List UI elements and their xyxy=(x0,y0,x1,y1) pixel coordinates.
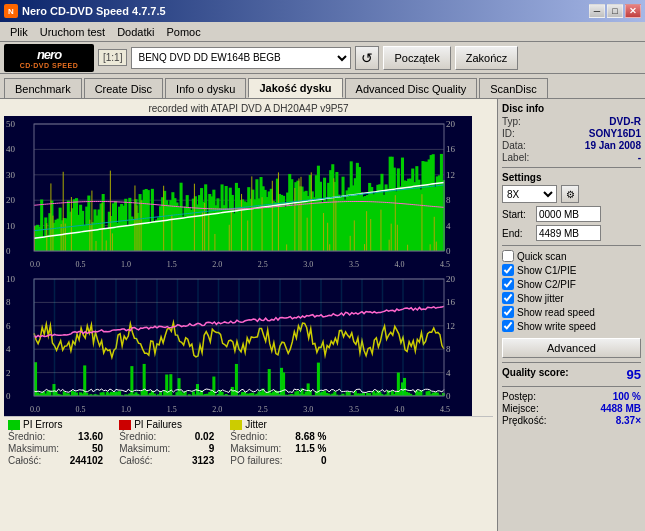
tab-info[interactable]: Info o dysku xyxy=(165,78,246,98)
quick-scan-label: Quick scan xyxy=(517,251,566,262)
legend-jitter: Jitter Średnio: 8.68 % Maksimum: 11.5 % … xyxy=(230,419,326,466)
show-read-checkbox[interactable] xyxy=(502,306,514,318)
toolbar: nero CD·DVD SPEED [1:1] BENQ DVD DD EW16… xyxy=(0,42,645,74)
disc-type-label: Typ: xyxy=(502,116,521,127)
disc-id-row: ID: SONY16D1 xyxy=(502,128,641,139)
disc-type-value: DVD-R xyxy=(609,116,641,127)
advanced-button[interactable]: Advanced xyxy=(502,338,641,358)
pi-errors-title: PI Errors xyxy=(23,419,62,430)
progress-predkosc: Prędkość: 8.37× xyxy=(502,415,641,426)
quick-scan-checkbox[interactable] xyxy=(502,250,514,262)
close-button[interactable]: ✕ xyxy=(625,4,641,18)
show-c2pif-row: Show C2/PIF xyxy=(502,278,641,290)
show-c2pif-checkbox[interactable] xyxy=(502,278,514,290)
right-panel: Disc info Typ: DVD-R ID: SONY16D1 Data: … xyxy=(497,99,645,531)
show-c2pif-label: Show C2/PIF xyxy=(517,279,576,290)
show-read-label: Show read speed xyxy=(517,307,595,318)
jitter-max: Maksimum: 11.5 % xyxy=(230,443,326,454)
chart-subtitle: recorded with ATAPI DVD A DH20A4P v9P57 xyxy=(4,103,493,114)
drive-prefix: [1:1] xyxy=(98,49,127,66)
show-read-row: Show read speed xyxy=(502,306,641,318)
disc-label-value: - xyxy=(638,152,641,163)
predkosc-value: 8.37× xyxy=(616,415,641,426)
start-input[interactable] xyxy=(536,206,601,222)
show-jitter-checkbox[interactable] xyxy=(502,292,514,304)
quality-score-value: 95 xyxy=(627,367,641,382)
show-write-label: Show write speed xyxy=(517,321,596,332)
logo-subtitle: CD·DVD SPEED xyxy=(20,62,79,69)
po-failures: PO failures: 0 xyxy=(230,455,326,466)
menu-help[interactable]: Pomoc xyxy=(160,24,206,40)
menu-extras[interactable]: Dodatki xyxy=(111,24,160,40)
tab-scandisc[interactable]: ScanDisc xyxy=(479,78,547,98)
end-button[interactable]: Zakończ xyxy=(455,46,519,70)
menu-run-test[interactable]: Uruchom test xyxy=(34,24,111,40)
show-c1pie-label: Show C1/PIE xyxy=(517,265,576,276)
pi-failures-total: Całość: 3123 xyxy=(119,455,214,466)
legend-pi-failures: PI Failures Średnio: 0.02 Maksimum: 9 Ca… xyxy=(119,419,214,466)
disc-date-label: Data: xyxy=(502,140,526,151)
pi-errors-max: Maksimum: 50 xyxy=(8,443,103,454)
app-icon: N xyxy=(4,4,18,18)
settings-title: Settings xyxy=(502,172,641,183)
postep-label: Postęp: xyxy=(502,391,536,402)
show-c1pie-row: Show C1/PIE xyxy=(502,264,641,276)
legend-pi-errors: PI Errors Średnio: 13.60 Maksimum: 50 Ca… xyxy=(8,419,103,466)
tab-benchmark[interactable]: Benchmark xyxy=(4,78,82,98)
menubar: Plik Uruchom test Dodatki Pomoc xyxy=(0,22,645,42)
end-label: End: xyxy=(502,228,532,239)
predkosc-label: Prędkość: xyxy=(502,415,546,426)
show-c1pie-checkbox[interactable] xyxy=(502,264,514,276)
divider-3 xyxy=(502,362,641,363)
show-jitter-row: Show jitter xyxy=(502,292,641,304)
jitter-color xyxy=(230,420,242,430)
minimize-button[interactable]: ─ xyxy=(589,4,605,18)
legend-area: PI Errors Średnio: 13.60 Maksimum: 50 Ca… xyxy=(4,416,493,468)
top-chart xyxy=(4,116,472,271)
app-logo: nero CD·DVD SPEED xyxy=(4,44,94,72)
refresh-button[interactable]: ↺ xyxy=(355,46,379,70)
tab-quality[interactable]: Jakość dysku xyxy=(248,78,342,98)
pi-failures-title: PI Failures xyxy=(134,419,182,430)
drive-select[interactable]: BENQ DVD DD EW164B BEGB xyxy=(131,47,351,69)
menu-file[interactable]: Plik xyxy=(4,24,34,40)
pi-failures-avg: Średnio: 0.02 xyxy=(119,431,214,442)
pi-errors-avg: Średnio: 13.60 xyxy=(8,431,103,442)
quality-score-label: Quality score: xyxy=(502,367,569,382)
end-input[interactable] xyxy=(536,225,601,241)
bottom-chart xyxy=(4,271,472,416)
divider-2 xyxy=(502,245,641,246)
disc-id-value: SONY16D1 xyxy=(589,128,641,139)
speed-row: 8X ⚙ xyxy=(502,185,641,203)
pi-errors-color xyxy=(8,420,20,430)
divider-4 xyxy=(502,386,641,387)
start-row: Start: xyxy=(502,206,641,222)
show-write-row: Show write speed xyxy=(502,320,641,332)
divider-1 xyxy=(502,167,641,168)
disc-id-label: ID: xyxy=(502,128,515,139)
tabs: Benchmark Create Disc Info o dysku Jakoś… xyxy=(0,74,645,99)
maximize-button[interactable]: □ xyxy=(607,4,623,18)
disc-label-label: Label: xyxy=(502,152,529,163)
start-label: Start: xyxy=(502,209,532,220)
tab-create-disc[interactable]: Create Disc xyxy=(84,78,163,98)
disc-label-row: Label: - xyxy=(502,152,641,163)
disc-date-value: 19 Jan 2008 xyxy=(585,140,641,151)
progress-postep: Postęp: 100 % xyxy=(502,391,641,402)
pi-failures-color xyxy=(119,420,131,430)
start-button[interactable]: Początek xyxy=(383,46,450,70)
quick-scan-row: Quick scan xyxy=(502,250,641,262)
chart-area: recorded with ATAPI DVD A DH20A4P v9P57 … xyxy=(0,99,497,531)
main-content: recorded with ATAPI DVD A DH20A4P v9P57 … xyxy=(0,99,645,531)
window-title: Nero CD-DVD Speed 4.7.7.5 xyxy=(22,5,166,17)
pi-failures-max: Maksimum: 9 xyxy=(119,443,214,454)
tab-advanced-disc-quality[interactable]: Advanced Disc Quality xyxy=(345,78,478,98)
pi-errors-total: Całość: 244102 xyxy=(8,455,103,466)
jitter-avg: Średnio: 8.68 % xyxy=(230,431,326,442)
progress-miejsce: Miejsce: 4488 MB xyxy=(502,403,641,414)
miejsce-label: Miejsce: xyxy=(502,403,539,414)
miejsce-value: 4488 MB xyxy=(600,403,641,414)
show-write-checkbox[interactable] xyxy=(502,320,514,332)
settings-icon-btn[interactable]: ⚙ xyxy=(561,185,579,203)
speed-select[interactable]: 8X xyxy=(502,185,557,203)
